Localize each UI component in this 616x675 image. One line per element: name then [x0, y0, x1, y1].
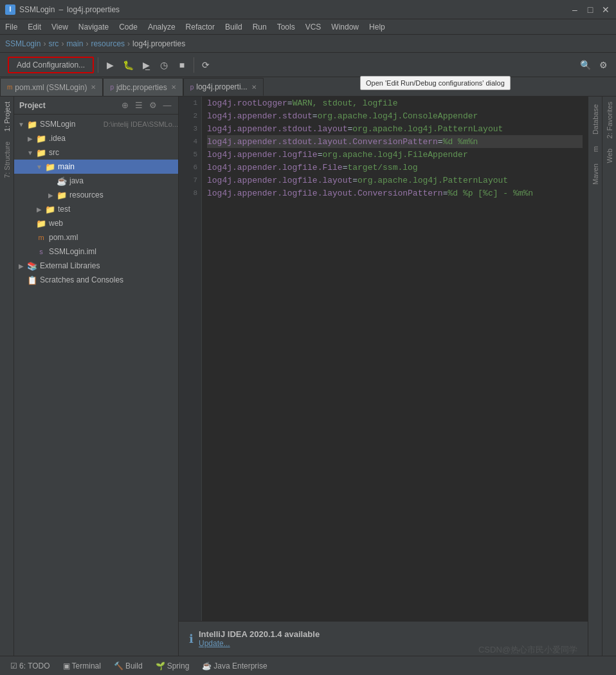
structure-tab[interactable]: 7: Structure	[1, 136, 13, 183]
tree-item-ssm[interactable]: ▼ 📁 SSMLogin D:\intelij IDEA\SSMLo...	[14, 117, 178, 131]
tree-item-resources[interactable]: ▶ 📁 resources	[14, 188, 178, 202]
tab-log4j[interactable]: p log4j.properti... ✕	[183, 78, 264, 96]
debug-button[interactable]: 🐛	[120, 57, 136, 73]
tree-item-java[interactable]: ☕ java	[14, 174, 178, 188]
menu-edit[interactable]: Edit	[23, 19, 46, 34]
tab-jdbc-close[interactable]: ✕	[171, 84, 176, 91]
sidebar-icon-btn-2[interactable]: ☰	[133, 100, 145, 111]
sidebar-icon-btn-4[interactable]: —	[161, 100, 173, 111]
tab-pom-close[interactable]: ✕	[91, 84, 96, 91]
coverage-button[interactable]: ▶̲	[138, 57, 154, 73]
tree-item-idea[interactable]: ▶ 📁 .idea	[14, 131, 178, 145]
code-line-5: log4j.appender.logfile=org.apache.log4j.…	[207, 148, 583, 161]
settings-button[interactable]: ⚙	[595, 57, 611, 73]
menu-navigate[interactable]: Navigate	[73, 19, 114, 34]
spring-icon: 🌱	[156, 661, 165, 670]
code-line-6: log4j.appender.logfile.File=target/ssm.l…	[207, 161, 583, 174]
title-bar: I SSMLogin – log4j.properties – □ ✕	[0, 0, 616, 19]
code-area[interactable]: log4j.rootLogger=WARN, stdout, logfile l…	[202, 97, 588, 621]
tab-pom[interactable]: m pom.xml (SSMLogin) ✕	[0, 78, 103, 96]
web-tab[interactable]: Web	[604, 143, 615, 168]
sidebar-icon-btn-1[interactable]: ⊕	[119, 100, 131, 111]
app-icon: I	[5, 5, 15, 15]
tab-log4j-label: log4j.properti...	[196, 82, 247, 91]
code-line-3: log4j.appender.stdout.layout=org.apache.…	[207, 122, 583, 135]
label-idea: .idea	[49, 134, 178, 143]
icon-web: 📁	[36, 218, 46, 228]
notification-icon: ℹ	[189, 632, 194, 646]
sidebar-header: Project ⊕ ☰ ⚙ —	[14, 97, 178, 115]
menu-tools[interactable]: Tools	[272, 19, 300, 34]
sync-button[interactable]: ⟳	[198, 57, 213, 73]
sidebar-icon-btn-3[interactable]: ⚙	[147, 100, 159, 111]
menu-run[interactable]: Run	[248, 19, 272, 34]
tree-item-iml[interactable]: s SSMLogin.iml	[14, 245, 178, 259]
menu-view[interactable]: View	[46, 19, 73, 34]
arrow-pom	[26, 233, 35, 242]
tab-log4j-close[interactable]: ✕	[251, 84, 257, 91]
bottom-tab-terminal[interactable]: ▣ Terminal	[58, 660, 106, 672]
search-everywhere-button[interactable]: 🔍	[577, 57, 593, 73]
tree-item-pom[interactable]: m pom.xml	[14, 230, 178, 245]
tree-item-test[interactable]: ▶ 📁 test	[14, 202, 178, 216]
sidebar-title: Project	[19, 101, 116, 110]
tab-pom-label: pom.xml (SSMLogin)	[15, 83, 87, 92]
code-line-4: log4j.appender.stdout.layout.ConversionP…	[207, 135, 583, 148]
arrow-iml	[26, 247, 35, 256]
menu-code[interactable]: Code	[114, 19, 143, 34]
terminal-label: Terminal	[72, 661, 101, 670]
project-tab[interactable]: 1: Project	[1, 97, 13, 136]
javaent-label: Java Enterprise	[213, 661, 267, 670]
arrow-idea: ▶	[26, 134, 35, 143]
tree-item-src[interactable]: ▼ 📁 src	[14, 145, 178, 160]
bottom-tab-todo[interactable]: ☑ 6: TODO	[5, 660, 55, 672]
label-src: src	[49, 148, 178, 157]
menu-build[interactable]: Build	[220, 19, 248, 34]
menu-file[interactable]: File	[0, 19, 23, 34]
label-scratches: Scratches and Consoles	[40, 275, 178, 284]
stop-button[interactable]: ■	[174, 57, 190, 73]
project-sidebar: Project ⊕ ☰ ⚙ — ▼ 📁 SSMLogin D:\intelij …	[14, 97, 179, 656]
close-button[interactable]: ✕	[601, 5, 611, 15]
line-num-7: 7	[179, 174, 201, 187]
line-num-8: 8	[179, 187, 201, 199]
path-resources[interactable]: resources	[91, 39, 125, 48]
code-line-8: log4j.appender.logfile.layout.Conversion…	[207, 187, 583, 199]
bottom-tab-build[interactable]: 🔨 Build	[109, 660, 148, 672]
icon-resources: 📁	[57, 190, 67, 200]
tree-item-main[interactable]: ▼ 📁 main	[14, 160, 178, 174]
menu-vcs[interactable]: VCS	[300, 19, 327, 34]
toolbar-separator-2	[194, 57, 194, 73]
tree-item-scratches[interactable]: 📋 Scratches and Consoles	[14, 273, 178, 287]
minimize-button[interactable]: –	[570, 5, 580, 15]
menu-help[interactable]: Help	[364, 19, 390, 34]
maximize-button[interactable]: □	[585, 5, 595, 15]
path-main[interactable]: main	[66, 39, 83, 48]
line-num-3: 3	[179, 122, 201, 135]
code-line-2: log4j.appender.stdout=org.apache.log4j.C…	[207, 109, 583, 122]
bottom-tab-spring[interactable]: 🌱 Spring	[150, 660, 195, 672]
arrow-resources: ▶	[46, 190, 55, 199]
icon-idea: 📁	[36, 133, 46, 143]
tab-jdbc[interactable]: p jdbc.properties ✕	[103, 78, 183, 96]
run-button[interactable]: ▶	[102, 57, 118, 73]
tree-item-web[interactable]: 📁 web	[14, 216, 178, 230]
menu-refactor[interactable]: Refactor	[181, 19, 220, 34]
notification-update-link[interactable]: Update...	[199, 639, 320, 648]
path-file[interactable]: log4j.properties	[132, 39, 185, 48]
path-src[interactable]: src	[48, 39, 59, 48]
path-ssm[interactable]: SSMLogin	[5, 39, 41, 48]
profile-button[interactable]: ◷	[156, 57, 172, 73]
maven-tab[interactable]: Maven	[589, 158, 602, 190]
menu-analyze[interactable]: Analyze	[143, 19, 181, 34]
menu-window[interactable]: Window	[326, 19, 364, 34]
tree-item-extlibs[interactable]: ▶ 📚 External Libraries	[14, 259, 178, 273]
add-configuration-button[interactable]: Add Configuration...	[8, 57, 94, 73]
database-tab[interactable]: Database	[589, 99, 602, 140]
code-line-7: log4j.appender.logfile.layout=org.apache…	[207, 174, 583, 187]
bottom-tab-javaent[interactable]: ☕ Java Enterprise	[197, 660, 272, 672]
favorites-tab[interactable]: 2: Favorites	[604, 97, 615, 143]
line-numbers: 1 2 3 4 5 6 7 8	[179, 97, 202, 621]
maven-tab-m[interactable]: m	[589, 141, 602, 157]
icon-extlibs: 📚	[27, 261, 37, 271]
